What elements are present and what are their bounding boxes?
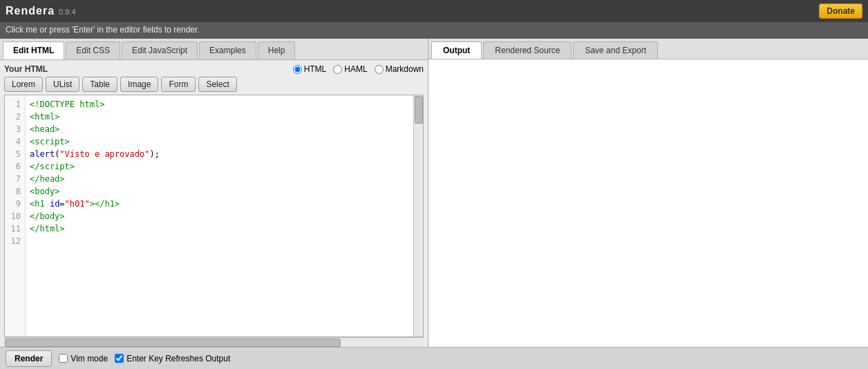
tab-help[interactable]: Help	[258, 41, 296, 59]
code-editor[interactable]: 123456789101112 <!DOCTYPE html> <html> <…	[4, 95, 424, 337]
form-button[interactable]: Form	[161, 77, 196, 92]
vim-mode-option[interactable]: Vim mode	[59, 354, 108, 363]
horizontal-scrollbar[interactable]	[4, 337, 424, 347]
render-button[interactable]: Render	[6, 350, 52, 367]
output-tab-bar: Output Rendered Source Save and Export	[428, 39, 868, 59]
tab-edit-css[interactable]: Edit CSS	[66, 41, 120, 59]
format-radios: HTML HAML Markdown	[293, 64, 424, 74]
subtitle-text: Click me or press 'Enter' in the editor …	[6, 25, 200, 35]
top-bar: Rendera 0.9.4 Donate	[0, 0, 868, 22]
enter-key-label: Enter Key Refreshes Output	[126, 354, 230, 363]
format-haml-radio[interactable]	[333, 65, 342, 74]
format-haml-option[interactable]: HAML	[333, 64, 367, 74]
format-markdown-option[interactable]: Markdown	[375, 64, 424, 74]
tab-rendered-source[interactable]: Rendered Source	[483, 41, 572, 59]
left-panel: Edit HTML Edit CSS Edit JavaScript Examp…	[0, 39, 428, 347]
editor-area: Your HTML HTML HAML Markdown Lorem ULis	[0, 60, 428, 347]
enter-key-checkbox[interactable]	[115, 354, 124, 363]
format-html-radio[interactable]	[293, 65, 302, 74]
line-numbers: 123456789101112	[5, 95, 26, 337]
left-tab-bar: Edit HTML Edit CSS Edit JavaScript Examp…	[0, 39, 428, 60]
right-panel: Output Rendered Source Save and Export	[428, 39, 868, 347]
tab-save-export[interactable]: Save and Export	[573, 41, 658, 59]
horizontal-scrollbar-thumb[interactable]	[5, 339, 341, 347]
code-content[interactable]: <!DOCTYPE html> <html> <head> <script> a…	[26, 95, 413, 337]
vim-mode-checkbox[interactable]	[59, 354, 68, 363]
main-layout: Edit HTML Edit CSS Edit JavaScript Examp…	[0, 39, 868, 347]
format-markdown-radio[interactable]	[375, 65, 384, 74]
snippet-buttons: Lorem UList Table Image Form Select	[4, 77, 424, 92]
tab-examples[interactable]: Examples	[199, 41, 256, 59]
ulist-button[interactable]: UList	[46, 77, 79, 92]
lorem-button[interactable]: Lorem	[4, 77, 43, 92]
table-button[interactable]: Table	[82, 77, 117, 92]
select-button[interactable]: Select	[198, 77, 236, 92]
output-content	[428, 59, 868, 347]
bottom-bar: Render Vim mode Enter Key Refreshes Outp…	[0, 347, 868, 369]
your-html-label: Your HTML	[4, 64, 48, 74]
vertical-scrollbar[interactable]	[413, 95, 423, 337]
vertical-scrollbar-thumb[interactable]	[415, 96, 423, 124]
vim-mode-label: Vim mode	[70, 354, 108, 363]
tab-edit-javascript[interactable]: Edit JavaScript	[122, 41, 198, 59]
editor-top: Your HTML HTML HAML Markdown	[4, 64, 424, 74]
format-html-option[interactable]: HTML	[293, 64, 327, 74]
tab-edit-html[interactable]: Edit HTML	[3, 41, 64, 59]
code-editor-container: 123456789101112 <!DOCTYPE html> <html> <…	[4, 95, 424, 347]
donate-button[interactable]: Donate	[819, 3, 862, 19]
tab-output[interactable]: Output	[431, 41, 482, 59]
image-button[interactable]: Image	[120, 77, 158, 92]
enter-key-option[interactable]: Enter Key Refreshes Output	[115, 354, 230, 363]
app-title: Rendera	[6, 5, 55, 17]
sub-bar: Click me or press 'Enter' in the editor …	[0, 22, 868, 39]
app-version: 0.9.4	[59, 8, 75, 16]
